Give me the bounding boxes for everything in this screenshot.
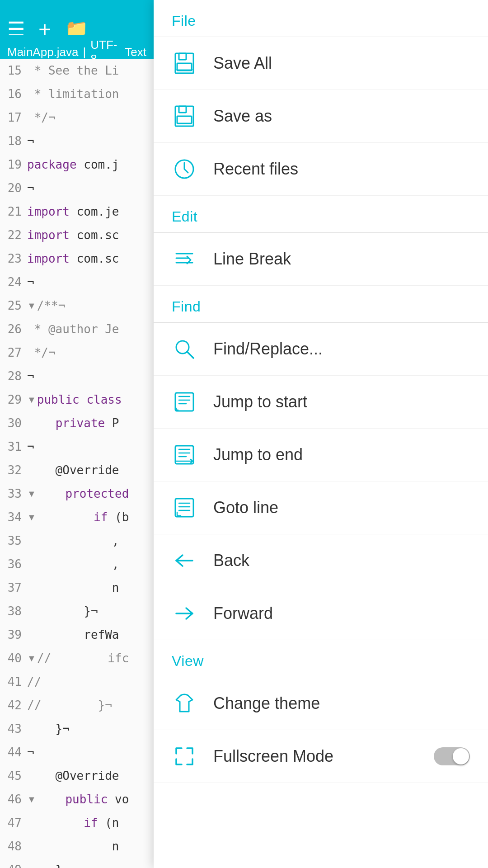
change-theme-item[interactable]: Change theme — [154, 677, 488, 730]
code-line-15: 15 * See the Li — [0, 59, 154, 82]
code-line-17: 17 */¬ — [0, 106, 154, 129]
jump-end-icon — [172, 442, 197, 467]
line-break-icon — [172, 246, 197, 272]
line-break-item[interactable]: Line Break — [154, 233, 488, 286]
save-as-label: Save as — [213, 107, 272, 126]
jump-start-icon — [172, 389, 197, 415]
svg-line-13 — [187, 352, 193, 358]
code-line-46: 46 ▼ public vo — [0, 788, 154, 811]
code-area: 15 * See the Li 16 * limitation 17 */¬ 1… — [0, 59, 154, 868]
fold-arrow-34[interactable]: ▼ — [27, 512, 36, 523]
save-as-icon — [172, 104, 197, 129]
code-line-39: 39 refWa — [0, 623, 154, 646]
line-break-label: Line Break — [213, 250, 291, 269]
change-theme-icon — [172, 691, 197, 716]
code-line-26: 26 * @author Je — [0, 317, 154, 341]
find-replace-icon — [172, 336, 197, 362]
code-line-38: 38 }¬ — [0, 599, 154, 623]
fullscreen-mode-label: Fullscreen Mode — [213, 747, 333, 766]
save-all-item[interactable]: Save All — [154, 37, 488, 90]
code-line-31: 31 ¬ — [0, 435, 154, 458]
svg-rect-23 — [175, 499, 193, 517]
code-line-45: 45 @Override — [0, 764, 154, 788]
find-replace-item[interactable]: Find/Replace... — [154, 323, 488, 376]
jump-to-start-label: Jump to start — [213, 392, 307, 411]
fullscreen-icon — [172, 744, 197, 769]
code-line-35: 35 , — [0, 529, 154, 552]
code-line-49: 49 }¬ — [0, 858, 154, 868]
forward-item[interactable]: Forward — [154, 587, 488, 640]
code-line-44: 44 ¬ — [0, 741, 154, 764]
goto-line-label: Goto line — [213, 498, 278, 517]
code-line-24: 24 ¬ — [0, 270, 154, 294]
svg-rect-7 — [177, 116, 192, 123]
fullscreen-toggle[interactable] — [434, 747, 470, 765]
code-line-23: 23 import com.sc — [0, 247, 154, 270]
code-line-37: 37 n — [0, 576, 154, 599]
find-section-label: Find — [154, 286, 488, 322]
fold-arrow-25[interactable]: ▼ — [27, 301, 36, 311]
code-line-40: 40 ▼ // ifc — [0, 646, 154, 670]
code-line-48: 48 n — [0, 835, 154, 858]
fold-arrow-29[interactable]: ▼ — [27, 395, 36, 405]
forward-label: Forward — [213, 604, 273, 623]
save-all-label: Save All — [213, 54, 272, 73]
svg-rect-1 — [179, 53, 186, 60]
recent-files-label: Recent files — [213, 160, 298, 179]
code-line-36: 36 , — [0, 552, 154, 576]
goto-line-icon — [172, 495, 197, 520]
filename-label: MainApp.java — [7, 45, 79, 59]
code-line-32: 32 @Override — [0, 458, 154, 482]
svg-rect-14 — [175, 393, 193, 411]
forward-icon — [172, 601, 197, 626]
code-line-19: 19 package com.j — [0, 153, 154, 176]
code-line-43: 43 }¬ — [0, 717, 154, 741]
code-line-18: 18 ¬ — [0, 129, 154, 153]
code-line-34: 34 ▼ if (b — [0, 505, 154, 529]
code-line-16: 16 * limitation — [0, 82, 154, 106]
fold-arrow-40[interactable]: ▼ — [27, 653, 36, 664]
back-icon — [172, 548, 197, 573]
save-as-item[interactable]: Save as — [154, 90, 488, 143]
file-section-label: File — [154, 0, 488, 37]
code-line-21: 21 import com.je — [0, 200, 154, 223]
jump-to-end-item[interactable]: Jump to end — [154, 429, 488, 481]
back-item[interactable]: Back — [154, 534, 488, 587]
recent-files-item[interactable]: Recent files — [154, 143, 488, 196]
code-line-41: 41 // — [0, 670, 154, 693]
code-line-27: 27 */¬ — [0, 341, 154, 364]
recent-files-icon — [172, 156, 197, 182]
toggle-switch[interactable] — [434, 747, 470, 765]
edit-section-label: Edit — [154, 196, 488, 232]
code-line-30: 30 private P — [0, 411, 154, 435]
toggle-knob — [453, 748, 469, 764]
code-line-20: 20 ¬ — [0, 176, 154, 200]
change-theme-label: Change theme — [213, 694, 320, 713]
back-label: Back — [213, 551, 249, 570]
svg-rect-6 — [179, 106, 186, 113]
save-all-icon — [172, 51, 197, 76]
code-line-25: 25 ▼ /**¬ — [0, 294, 154, 317]
editor-panel: ☰ + 📁 MainApp.java | UTF-8 Text 15 * See… — [0, 0, 154, 868]
code-line-29: 29 ▼ public class — [0, 388, 154, 411]
jump-to-start-item[interactable]: Jump to start — [154, 376, 488, 429]
code-line-42: 42 // }¬ — [0, 693, 154, 717]
jump-to-end-label: Jump to end — [213, 445, 303, 464]
fold-arrow-33[interactable]: ▼ — [27, 489, 36, 499]
mode-label: Text — [125, 45, 146, 59]
code-line-33: 33 ▼ protected — [0, 482, 154, 505]
context-menu: File Save All Save as — [154, 0, 488, 868]
code-line-22: 22 import com.sc — [0, 223, 154, 247]
goto-line-item[interactable]: Goto line — [154, 481, 488, 534]
find-replace-label: Find/Replace... — [213, 340, 323, 359]
view-section-label: View — [154, 640, 488, 677]
code-line-28: 28 ¬ — [0, 364, 154, 388]
fullscreen-mode-item[interactable]: Fullscreen Mode — [154, 730, 488, 783]
code-line-47: 47 if (n — [0, 811, 154, 835]
fold-arrow-46[interactable]: ▼ — [27, 794, 36, 805]
separator: | — [83, 45, 86, 59]
